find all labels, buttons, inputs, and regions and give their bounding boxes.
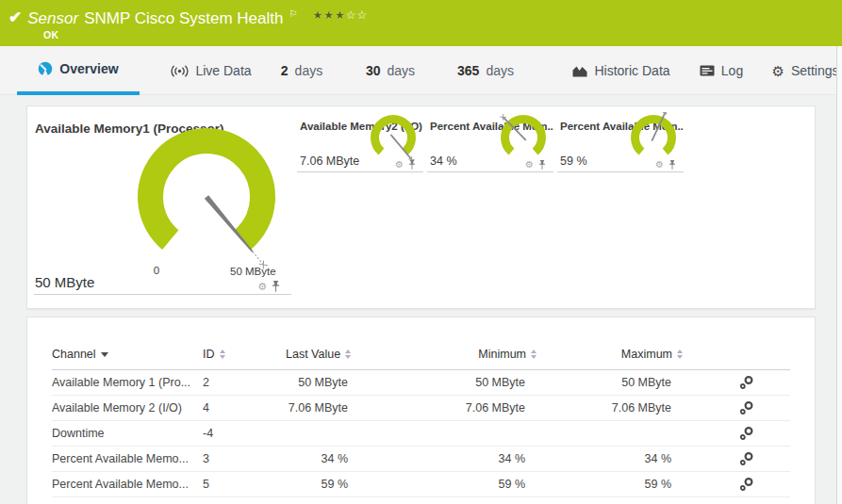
gauge-settings-gear-icon[interactable]: ⚙ (257, 282, 267, 292)
table-row[interactable]: Available Memory 2 (I/O) 4 7.06 MByte 7.… (52, 396, 790, 421)
sort-icon[interactable] (677, 350, 683, 359)
sort-icon[interactable] (220, 350, 225, 359)
log-list-icon (700, 65, 715, 76)
tab-settings[interactable]: ⚙ Settings (768, 46, 842, 95)
channel-id: 4 (203, 401, 286, 415)
sort-desc-icon[interactable] (101, 352, 108, 357)
channel-minimum: 59 % (380, 478, 554, 491)
channel-id: 2 (203, 376, 286, 389)
channel-settings-gears-icon[interactable] (739, 477, 754, 492)
pin-icon[interactable] (408, 160, 416, 170)
page-title: SNMP Cisco System Health (84, 8, 283, 30)
sensor-header-banner: ✔ Sensor SNMP Cisco System Health ⚐ ★★★☆… (0, 0, 842, 46)
status-check-icon: ✔ (8, 8, 22, 28)
channel-id: 3 (203, 452, 286, 465)
area-chart-icon (572, 65, 587, 77)
column-header-maximum[interactable]: Maximum (554, 348, 701, 361)
tab-overview[interactable]: Overview (17, 46, 140, 95)
channel-name[interactable]: Available Memory 1 (Pro... (52, 376, 203, 389)
channel-name[interactable]: Available Memory 2 (I/O) (52, 401, 203, 415)
sort-icon[interactable] (531, 350, 537, 359)
channel-settings-gears-icon[interactable] (739, 375, 754, 390)
channel-last-value: 59 % (286, 478, 380, 491)
channel-settings-gears-icon[interactable] (739, 451, 754, 466)
tab-30-days[interactable]: 30 days (355, 46, 425, 95)
tab-live-data-label: Live Data (195, 63, 251, 78)
flag-icon[interactable]: ⚐ (289, 8, 297, 20)
gauge-scale-min: 0 (147, 265, 166, 276)
gauges-panel: Available Memory1 (Processor) 0 50 MByte… (26, 106, 816, 309)
channel-last-value: 50 MByte (286, 376, 380, 389)
status-badge: OK (43, 29, 58, 41)
column-header-last-value[interactable]: Last Value (286, 348, 380, 361)
tab-30-days-unit: days (388, 63, 416, 78)
tab-historic-data-label: Historic Data (594, 63, 669, 78)
table-row[interactable]: Available Memory 1 (Pro... 2 50 MByte 50… (52, 370, 790, 396)
pin-icon[interactable] (272, 281, 280, 292)
gauge-tile-available-memory2[interactable]: Available Memory2 (I/O) 7.06 MByte ⚙ (297, 112, 423, 172)
tab-2-days-number: 2 (281, 63, 289, 78)
channel-settings-gears-icon[interactable] (739, 400, 754, 415)
channels-table: Channel ID Last Value Minimum Maximum (52, 338, 790, 497)
channel-maximum: 7.06 MByte (554, 401, 701, 415)
tab-historic-data[interactable]: Historic Data (566, 46, 677, 95)
channel-name[interactable]: Percent Available Memo... (52, 478, 203, 491)
tab-settings-label: Settings (791, 63, 839, 78)
gear-icon: ⚙ (771, 64, 784, 78)
gauge-settings-gear-icon[interactable]: ⚙ (395, 160, 404, 170)
gauge-scale-max: 50 MByte (230, 266, 276, 277)
scrollbar-track[interactable] (837, 46, 842, 504)
gauge-tile-percent-available-mem-2[interactable]: Percent Available Mem... 59 % ⚙ (557, 112, 684, 172)
channels-panel: Channel ID Last Value Minimum Maximum (26, 317, 816, 504)
gauge-last-value: 50 MByte (35, 274, 94, 290)
tab-365-days-unit: days (486, 63, 514, 78)
priority-stars[interactable]: ★★★☆☆ (312, 8, 368, 22)
channel-maximum: 50 MByte (554, 376, 701, 389)
column-header-id[interactable]: ID (203, 348, 286, 361)
column-header-channel[interactable]: Channel (52, 348, 203, 361)
channel-settings-gears-icon[interactable] (739, 426, 754, 441)
gauge-settings-gear-icon[interactable]: ⚙ (655, 160, 664, 170)
gauge-last-value: 34 % (430, 154, 457, 168)
pin-icon[interactable] (669, 160, 676, 170)
sort-icon[interactable] (345, 350, 351, 359)
tab-bar: Overview Live Data 2 days 30 days 365 da… (0, 46, 842, 95)
gauge-arc (151, 141, 263, 240)
tab-2-days-unit: days (295, 63, 323, 78)
main-gauge (122, 116, 291, 285)
channel-maximum: 59 % (554, 478, 701, 491)
priority-stars-empty[interactable]: ☆☆ (346, 8, 369, 22)
table-row[interactable]: Percent Available Memo... 5 59 % 59 % 59… (52, 472, 790, 497)
gauge-icon (38, 61, 53, 76)
priority-stars-filled[interactable]: ★★★ (312, 8, 345, 22)
live-signal-icon (171, 65, 189, 77)
channel-minimum: 50 MByte (380, 376, 554, 389)
gauge-last-value: 59 % (560, 154, 587, 168)
gauge-settings-gear-icon[interactable]: ⚙ (525, 160, 534, 170)
sensor-kind-label: Sensor (27, 8, 78, 30)
tab-30-days-number: 30 (366, 63, 381, 78)
tab-log-label: Log (721, 63, 743, 78)
tab-365-days-number: 365 (457, 63, 479, 78)
channel-name[interactable]: Downtime (52, 427, 203, 440)
channel-maximum: 34 % (554, 452, 701, 465)
pin-icon[interactable] (538, 160, 546, 170)
gauge-tile-available-memory1[interactable]: Available Memory1 (Processor) 0 50 MByte… (34, 112, 291, 295)
tab-log[interactable]: Log (690, 46, 752, 95)
scrollbar-edge (836, 46, 837, 504)
channel-name[interactable]: Percent Available Memo... (52, 452, 203, 465)
gauge-tile-percent-available-mem-1[interactable]: Percent Available Mem... 34 % ⚙ (427, 112, 553, 172)
tab-365-days[interactable]: 365 days (445, 46, 526, 95)
table-header-row: Channel ID Last Value Minimum Maximum (52, 338, 790, 370)
channel-last-value: 7.06 MByte (286, 401, 380, 415)
column-header-minimum[interactable]: Minimum (380, 348, 554, 361)
table-row[interactable]: Percent Available Memo... 3 34 % 34 % 34… (52, 447, 790, 472)
tab-overview-label: Overview (59, 61, 118, 76)
channel-minimum: 34 % (380, 452, 554, 465)
tab-live-data[interactable]: Live Data (154, 46, 269, 95)
gauge-last-value: 7.06 MByte (300, 154, 359, 168)
channel-id: 5 (203, 478, 286, 491)
tab-2-days[interactable]: 2 days (272, 46, 332, 95)
table-row[interactable]: Downtime -4 (52, 421, 790, 447)
channel-last-value: 34 % (286, 452, 380, 465)
